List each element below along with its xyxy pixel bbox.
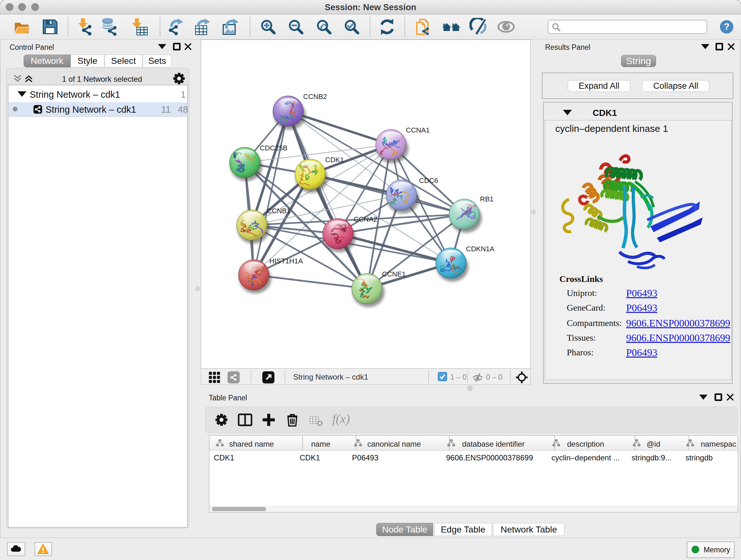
- svg-text:CDK1: CDK1: [325, 156, 344, 164]
- svg-text:CDKN1A: CDKN1A: [466, 245, 495, 253]
- svg-text:CCNB1: CCNB1: [267, 207, 291, 215]
- svg-text:CDC25B: CDC25B: [260, 144, 287, 152]
- svg-text:?: ?: [724, 21, 730, 32]
- svg-text:CCNB2: CCNB2: [303, 92, 327, 101]
- svg-text:HIST1H1A: HIST1H1A: [269, 257, 303, 265]
- svg-text:CCNA1: CCNA1: [406, 126, 430, 134]
- svg-text:RB1: RB1: [480, 195, 494, 203]
- svg-text:CCNA2: CCNA2: [354, 215, 378, 223]
- svg-text:CCNE1: CCNE1: [382, 270, 406, 278]
- svg-text:CDC6: CDC6: [419, 177, 438, 185]
